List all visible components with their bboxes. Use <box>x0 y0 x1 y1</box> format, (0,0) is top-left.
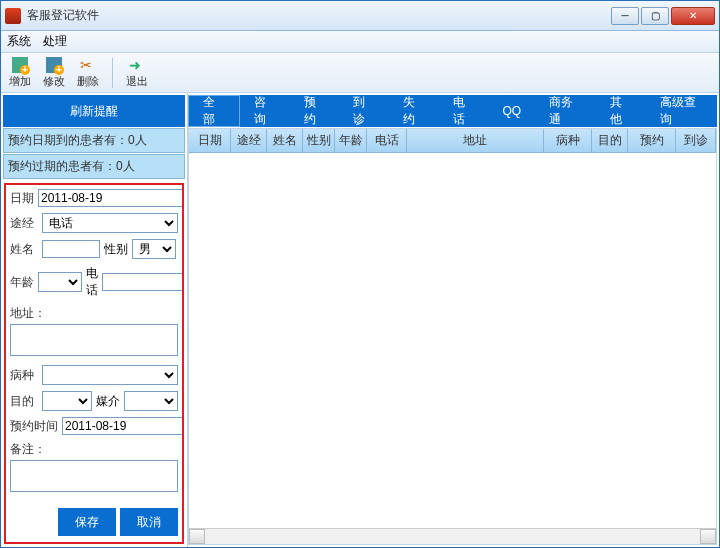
label-name: 姓名 <box>10 241 38 258</box>
horizontal-scrollbar[interactable] <box>189 528 716 544</box>
label-media: 媒介 <box>96 393 120 410</box>
edit-icon <box>46 57 62 73</box>
col-purpose[interactable]: 目的 <box>592 129 628 152</box>
refresh-reminder-button[interactable]: 刷新提醒 <box>3 95 185 127</box>
tab-advsearch[interactable]: 高级查询 <box>646 95 717 127</box>
label-address: 地址： <box>10 305 178 322</box>
col-address[interactable]: 地址 <box>407 129 544 152</box>
via-select[interactable]: 电话 <box>42 213 178 233</box>
window-controls: ─ ▢ ✕ <box>611 7 715 25</box>
add-icon <box>12 57 28 73</box>
tab-consult[interactable]: 咨询 <box>240 95 290 127</box>
label-date: 日期 <box>10 190 34 207</box>
form-panel: 日期 ▲▼ 途经 电话 姓名 性别 男 年龄 <box>4 183 184 544</box>
tab-visit[interactable]: 到诊 <box>339 95 389 127</box>
phone-input[interactable] <box>102 273 184 291</box>
label-age: 年龄 <box>10 274 34 291</box>
reminder-overdue: 预约过期的患者有：0人 <box>3 154 185 179</box>
col-name[interactable]: 姓名 <box>267 129 303 152</box>
app-icon <box>5 8 21 24</box>
save-button[interactable]: 保存 <box>58 508 116 536</box>
toolbar-separator <box>112 58 113 88</box>
age-select[interactable] <box>38 272 82 292</box>
col-age[interactable]: 年龄 <box>335 129 367 152</box>
col-phone[interactable]: 电话 <box>367 129 407 152</box>
appt-input[interactable] <box>62 417 184 435</box>
tab-other[interactable]: 其他 <box>596 95 646 127</box>
menubar: 系统 处理 <box>1 31 719 53</box>
add-label: 增加 <box>9 74 31 89</box>
col-disease[interactable]: 病种 <box>544 129 592 152</box>
edit-label: 修改 <box>43 74 65 89</box>
disease-select[interactable] <box>42 365 178 385</box>
col-visit[interactable]: 到诊 <box>676 129 716 152</box>
name-input[interactable] <box>42 240 100 258</box>
label-remark: 备注： <box>10 441 178 458</box>
tab-miss[interactable]: 失约 <box>389 95 439 127</box>
col-appt[interactable]: 预约 <box>628 129 676 152</box>
content: 全部 咨询 预约 到诊 失约 电话 QQ 商务通 其他 高级查询 日期 途经 姓… <box>188 93 719 547</box>
col-via[interactable]: 途经 <box>231 129 267 152</box>
exit-button[interactable]: 退出 <box>124 57 150 89</box>
gender-select[interactable]: 男 <box>132 239 176 259</box>
label-purpose: 目的 <box>10 393 38 410</box>
maximize-button[interactable]: ▢ <box>641 7 669 25</box>
close-button[interactable]: ✕ <box>671 7 715 25</box>
delete-label: 删除 <box>77 74 99 89</box>
exit-label: 退出 <box>126 74 148 89</box>
add-button[interactable]: 增加 <box>7 57 33 89</box>
label-gender: 性别 <box>104 241 128 258</box>
tab-biz[interactable]: 商务通 <box>535 95 596 127</box>
media-select[interactable] <box>124 391 178 411</box>
data-grid: 日期 途经 姓名 性别 年龄 电话 地址 病种 目的 预约 到诊 <box>188 128 717 545</box>
main-row: 刷新提醒 预约日期到的患者有：0人 预约过期的患者有：0人 日期 ▲▼ 途经 电… <box>1 93 719 547</box>
label-via: 途经 <box>10 215 38 232</box>
tab-all[interactable]: 全部 <box>188 95 240 127</box>
remark-textarea[interactable] <box>10 460 178 492</box>
tab-reserve[interactable]: 预约 <box>290 95 340 127</box>
exit-icon <box>129 57 145 73</box>
sidebar: 刷新提醒 预约日期到的患者有：0人 预约过期的患者有：0人 日期 ▲▼ 途经 电… <box>1 93 188 547</box>
menu-system[interactable]: 系统 <box>7 33 31 50</box>
tabs: 全部 咨询 预约 到诊 失约 电话 QQ 商务通 其他 高级查询 <box>188 95 717 127</box>
titlebar: 客服登记软件 ─ ▢ ✕ <box>1 1 719 31</box>
label-disease: 病种 <box>10 367 38 384</box>
minimize-button[interactable]: ─ <box>611 7 639 25</box>
col-date[interactable]: 日期 <box>189 129 231 152</box>
window-title: 客服登记软件 <box>27 7 611 24</box>
scissors-icon <box>80 57 96 73</box>
label-appt: 预约时间 <box>10 418 58 435</box>
tab-qq[interactable]: QQ <box>489 95 536 127</box>
grid-header: 日期 途经 姓名 性别 年龄 电话 地址 病种 目的 预约 到诊 <box>189 129 716 153</box>
toolbar: 增加 修改 删除 退出 <box>1 53 719 93</box>
date-input[interactable] <box>38 189 184 207</box>
grid-body[interactable] <box>189 153 716 528</box>
purpose-select[interactable] <box>42 391 92 411</box>
app-window: 客服登记软件 ─ ▢ ✕ 系统 处理 增加 修改 删除 退出 刷新提 <box>0 0 720 548</box>
col-gender[interactable]: 性别 <box>303 129 335 152</box>
menu-process[interactable]: 处理 <box>43 33 67 50</box>
edit-button[interactable]: 修改 <box>41 57 67 89</box>
tab-phone[interactable]: 电话 <box>439 95 489 127</box>
cancel-button[interactable]: 取消 <box>120 508 178 536</box>
reminder-today: 预约日期到的患者有：0人 <box>3 128 185 153</box>
label-phone: 电话 <box>86 265 98 299</box>
address-textarea[interactable] <box>10 324 178 356</box>
delete-button[interactable]: 删除 <box>75 57 101 89</box>
